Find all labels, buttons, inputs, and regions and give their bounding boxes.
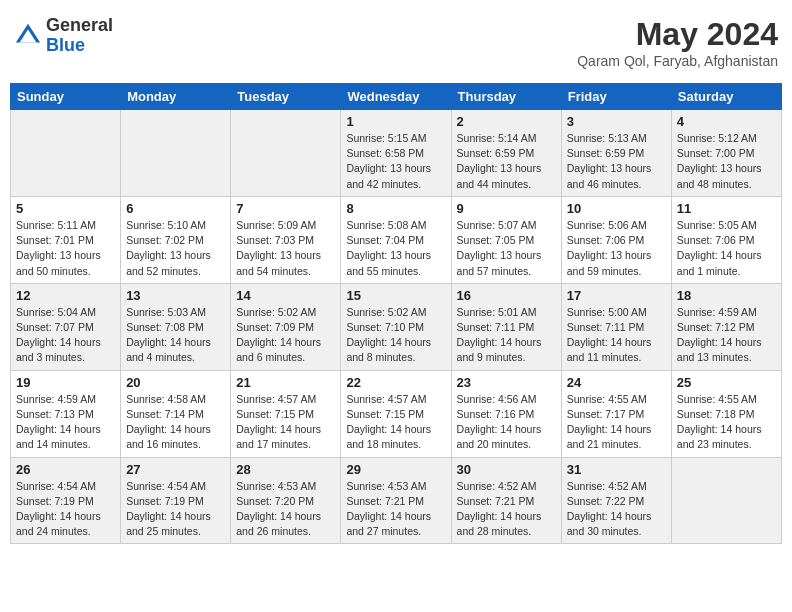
page-header: General Blue May 2024 Qaram Qol, Faryab,… (10, 10, 782, 75)
day-number: 7 (236, 201, 335, 216)
sunrise-label: Sunrise: 5:08 AM (346, 219, 426, 231)
calendar-day-cell: 31 Sunrise: 4:52 AM Sunset: 7:22 PM Dayl… (561, 457, 671, 544)
day-number: 3 (567, 114, 666, 129)
daylight-label: Daylight: 13 hours and 46 minutes. (567, 162, 652, 189)
sunrise-label: Sunrise: 5:10 AM (126, 219, 206, 231)
daylight-label: Daylight: 13 hours and 55 minutes. (346, 249, 431, 276)
sunrise-label: Sunrise: 5:02 AM (236, 306, 316, 318)
sunset-label: Sunset: 7:21 PM (346, 495, 424, 507)
daylight-label: Daylight: 14 hours and 21 minutes. (567, 423, 652, 450)
calendar-day-cell: 4 Sunrise: 5:12 AM Sunset: 7:00 PM Dayli… (671, 110, 781, 197)
sunset-label: Sunset: 7:05 PM (457, 234, 535, 246)
day-number: 18 (677, 288, 776, 303)
daylight-label: Daylight: 14 hours and 23 minutes. (677, 423, 762, 450)
day-info: Sunrise: 5:10 AM Sunset: 7:02 PM Dayligh… (126, 218, 225, 279)
sunset-label: Sunset: 7:18 PM (677, 408, 755, 420)
calendar-day-cell: 25 Sunrise: 4:55 AM Sunset: 7:18 PM Dayl… (671, 370, 781, 457)
logo-general: General (46, 15, 113, 35)
sunset-label: Sunset: 7:04 PM (346, 234, 424, 246)
day-info: Sunrise: 5:05 AM Sunset: 7:06 PM Dayligh… (677, 218, 776, 279)
calendar-day-cell: 28 Sunrise: 4:53 AM Sunset: 7:20 PM Dayl… (231, 457, 341, 544)
day-number: 6 (126, 201, 225, 216)
daylight-label: Daylight: 14 hours and 20 minutes. (457, 423, 542, 450)
day-info: Sunrise: 5:12 AM Sunset: 7:00 PM Dayligh… (677, 131, 776, 192)
sunrise-label: Sunrise: 5:07 AM (457, 219, 537, 231)
calendar-day-cell: 29 Sunrise: 4:53 AM Sunset: 7:21 PM Dayl… (341, 457, 451, 544)
sunset-label: Sunset: 7:01 PM (16, 234, 94, 246)
sunset-label: Sunset: 7:03 PM (236, 234, 314, 246)
day-info: Sunrise: 4:52 AM Sunset: 7:22 PM Dayligh… (567, 479, 666, 540)
sunrise-label: Sunrise: 5:14 AM (457, 132, 537, 144)
daylight-label: Daylight: 13 hours and 42 minutes. (346, 162, 431, 189)
sunrise-label: Sunrise: 5:01 AM (457, 306, 537, 318)
day-info: Sunrise: 5:03 AM Sunset: 7:08 PM Dayligh… (126, 305, 225, 366)
daylight-label: Daylight: 14 hours and 11 minutes. (567, 336, 652, 363)
sunrise-label: Sunrise: 4:55 AM (567, 393, 647, 405)
sunset-label: Sunset: 6:58 PM (346, 147, 424, 159)
month-title: May 2024 (577, 16, 778, 53)
day-number: 22 (346, 375, 445, 390)
sunrise-label: Sunrise: 5:12 AM (677, 132, 757, 144)
day-number: 10 (567, 201, 666, 216)
daylight-label: Daylight: 14 hours and 13 minutes. (677, 336, 762, 363)
day-number: 19 (16, 375, 115, 390)
sunset-label: Sunset: 7:10 PM (346, 321, 424, 333)
sunrise-label: Sunrise: 4:54 AM (16, 480, 96, 492)
day-number: 23 (457, 375, 556, 390)
sunrise-label: Sunrise: 5:15 AM (346, 132, 426, 144)
sunrise-label: Sunrise: 4:56 AM (457, 393, 537, 405)
sunset-label: Sunset: 7:02 PM (126, 234, 204, 246)
sunset-label: Sunset: 7:13 PM (16, 408, 94, 420)
sunset-label: Sunset: 7:21 PM (457, 495, 535, 507)
day-info: Sunrise: 4:58 AM Sunset: 7:14 PM Dayligh… (126, 392, 225, 453)
calendar-day-cell: 24 Sunrise: 4:55 AM Sunset: 7:17 PM Dayl… (561, 370, 671, 457)
day-info: Sunrise: 4:56 AM Sunset: 7:16 PM Dayligh… (457, 392, 556, 453)
day-number: 11 (677, 201, 776, 216)
calendar-table: SundayMondayTuesdayWednesdayThursdayFrid… (10, 83, 782, 544)
sunset-label: Sunset: 7:06 PM (567, 234, 645, 246)
sunrise-label: Sunrise: 4:57 AM (346, 393, 426, 405)
calendar-day-cell: 19 Sunrise: 4:59 AM Sunset: 7:13 PM Dayl… (11, 370, 121, 457)
calendar-day-cell: 23 Sunrise: 4:56 AM Sunset: 7:16 PM Dayl… (451, 370, 561, 457)
day-info: Sunrise: 5:15 AM Sunset: 6:58 PM Dayligh… (346, 131, 445, 192)
calendar-day-cell: 14 Sunrise: 5:02 AM Sunset: 7:09 PM Dayl… (231, 283, 341, 370)
daylight-label: Daylight: 13 hours and 44 minutes. (457, 162, 542, 189)
day-number: 13 (126, 288, 225, 303)
weekday-header-friday: Friday (561, 84, 671, 110)
day-info: Sunrise: 5:00 AM Sunset: 7:11 PM Dayligh… (567, 305, 666, 366)
day-number: 2 (457, 114, 556, 129)
sunrise-label: Sunrise: 4:54 AM (126, 480, 206, 492)
calendar-day-cell: 17 Sunrise: 5:00 AM Sunset: 7:11 PM Dayl… (561, 283, 671, 370)
sunset-label: Sunset: 7:19 PM (126, 495, 204, 507)
sunrise-label: Sunrise: 4:58 AM (126, 393, 206, 405)
title-block: May 2024 Qaram Qol, Faryab, Afghanistan (577, 16, 778, 69)
day-number: 29 (346, 462, 445, 477)
day-number: 26 (16, 462, 115, 477)
sunset-label: Sunset: 7:11 PM (457, 321, 535, 333)
calendar-day-cell: 26 Sunrise: 4:54 AM Sunset: 7:19 PM Dayl… (11, 457, 121, 544)
calendar-day-cell: 16 Sunrise: 5:01 AM Sunset: 7:11 PM Dayl… (451, 283, 561, 370)
daylight-label: Daylight: 14 hours and 26 minutes. (236, 510, 321, 537)
calendar-day-cell: 13 Sunrise: 5:03 AM Sunset: 7:08 PM Dayl… (121, 283, 231, 370)
sunrise-label: Sunrise: 5:06 AM (567, 219, 647, 231)
day-number: 4 (677, 114, 776, 129)
sunrise-label: Sunrise: 5:04 AM (16, 306, 96, 318)
sunset-label: Sunset: 7:14 PM (126, 408, 204, 420)
daylight-label: Daylight: 14 hours and 16 minutes. (126, 423, 211, 450)
calendar-day-cell: 9 Sunrise: 5:07 AM Sunset: 7:05 PM Dayli… (451, 196, 561, 283)
day-info: Sunrise: 5:13 AM Sunset: 6:59 PM Dayligh… (567, 131, 666, 192)
sunset-label: Sunset: 7:15 PM (236, 408, 314, 420)
sunrise-label: Sunrise: 4:59 AM (16, 393, 96, 405)
day-info: Sunrise: 5:14 AM Sunset: 6:59 PM Dayligh… (457, 131, 556, 192)
sunset-label: Sunset: 7:07 PM (16, 321, 94, 333)
sunrise-label: Sunrise: 5:02 AM (346, 306, 426, 318)
logo-icon (14, 22, 42, 50)
calendar-day-cell: 2 Sunrise: 5:14 AM Sunset: 6:59 PM Dayli… (451, 110, 561, 197)
day-info: Sunrise: 5:04 AM Sunset: 7:07 PM Dayligh… (16, 305, 115, 366)
day-info: Sunrise: 4:55 AM Sunset: 7:18 PM Dayligh… (677, 392, 776, 453)
day-number: 8 (346, 201, 445, 216)
location-title: Qaram Qol, Faryab, Afghanistan (577, 53, 778, 69)
logo-blue: Blue (46, 35, 85, 55)
sunset-label: Sunset: 7:16 PM (457, 408, 535, 420)
calendar-day-cell: 30 Sunrise: 4:52 AM Sunset: 7:21 PM Dayl… (451, 457, 561, 544)
